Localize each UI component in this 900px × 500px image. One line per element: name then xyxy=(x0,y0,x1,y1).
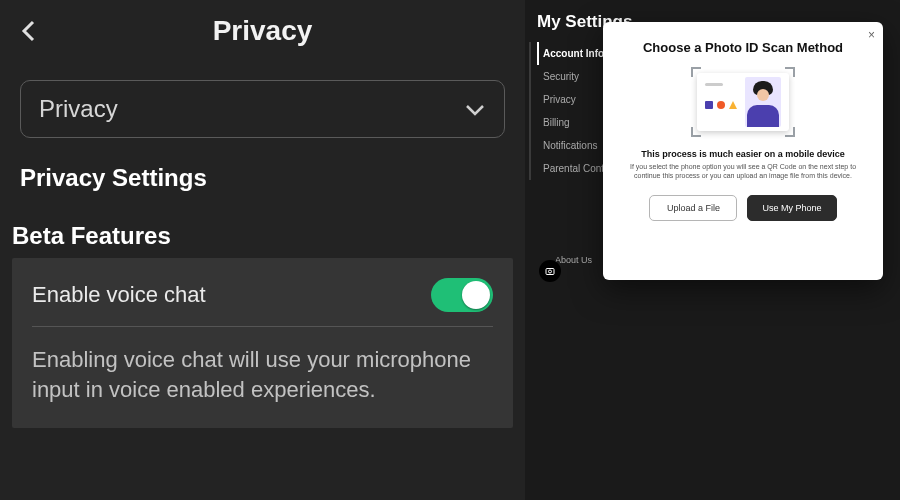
modal-subtitle: This process is much easier on a mobile … xyxy=(621,149,865,159)
section-title: Privacy Settings xyxy=(20,164,505,192)
left-header: Privacy xyxy=(12,0,513,62)
subsection-title: Beta Features xyxy=(12,222,513,250)
use-my-phone-button[interactable]: Use My Phone xyxy=(747,195,836,221)
camera-search-icon[interactable] xyxy=(539,260,561,282)
voice-chat-description: Enabling voice chat will use your microp… xyxy=(32,345,493,404)
modal-title: Choose a Photo ID Scan Method xyxy=(621,40,865,55)
footer-links: About Us xyxy=(555,255,592,265)
page-title: Privacy xyxy=(12,15,513,47)
settings-pane: My Settings Account Info Security Privac… xyxy=(525,0,900,500)
voice-chat-row: Enable voice chat xyxy=(32,278,493,327)
toggle-knob xyxy=(462,281,490,309)
lens-icon xyxy=(544,265,556,277)
id-card-icon xyxy=(697,73,789,131)
svg-rect-0 xyxy=(546,269,554,275)
person-photo-icon xyxy=(745,77,781,127)
footer-about-us[interactable]: About Us xyxy=(555,255,592,265)
id-scan-modal: × Choose a Photo ID Scan Method This pro… xyxy=(603,22,883,280)
voice-chat-card: Enable voice chat Enabling voice chat wi… xyxy=(12,258,513,428)
back-button[interactable] xyxy=(12,14,46,48)
svg-point-1 xyxy=(549,270,552,273)
close-button[interactable]: × xyxy=(868,28,875,42)
privacy-dropdown[interactable]: Privacy xyxy=(20,80,505,138)
modal-description: If you select the phone option you will … xyxy=(621,163,865,181)
upload-file-button[interactable]: Upload a File xyxy=(649,195,737,221)
chevron-left-icon xyxy=(20,19,38,43)
privacy-pane: Privacy Privacy Privacy Settings Beta Fe… xyxy=(0,0,525,500)
id-card-illustration xyxy=(621,73,865,131)
modal-actions: Upload a File Use My Phone xyxy=(621,195,865,221)
chevron-down-icon xyxy=(464,95,486,123)
voice-chat-label: Enable voice chat xyxy=(32,282,206,308)
dropdown-selected-label: Privacy xyxy=(39,95,118,123)
voice-chat-toggle[interactable] xyxy=(431,278,493,312)
